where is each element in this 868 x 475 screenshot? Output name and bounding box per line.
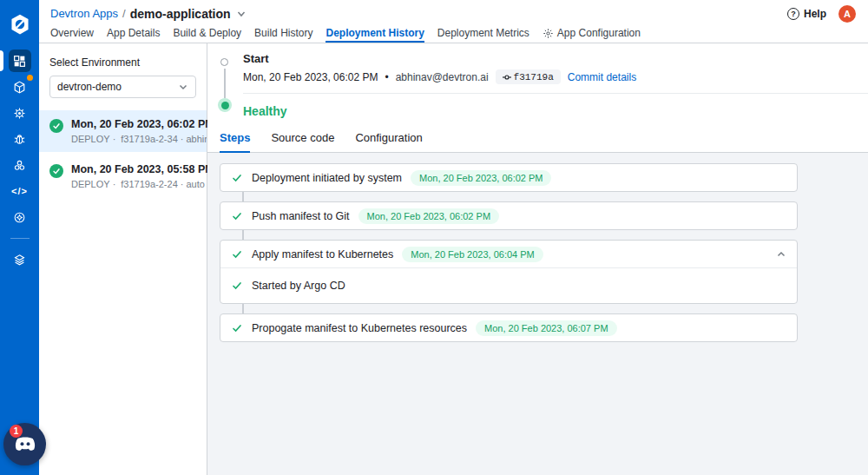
- tab-steps[interactable]: Steps: [220, 131, 250, 153]
- step-connector: [242, 192, 244, 201]
- step-connector: [242, 230, 244, 240]
- content-area: Select Environment devtron-demo Mon, 20 …: [39, 43, 868, 475]
- health-status: Healthy: [243, 104, 868, 118]
- sidebar-item-code[interactable]: </>: [0, 178, 39, 204]
- step-row: Propogate manifest to Kubernetes resourc…: [220, 314, 797, 341]
- step-time-badge: Mon, 20 Feb 2023, 06:04 PM: [402, 247, 542, 262]
- app-name: demo-application: [130, 7, 231, 21]
- tab-source-code[interactable]: Source code: [271, 131, 334, 153]
- environment-panel: Select Environment devtron-demo Mon, 20 …: [39, 43, 207, 475]
- devtron-logo-icon: [9, 13, 31, 36]
- tab-overview[interactable]: Overview: [50, 25, 94, 43]
- discord-notification-badge: 1: [10, 425, 23, 438]
- steps-list: Deployment initiated by system Mon, 20 F…: [207, 153, 868, 475]
- tab-app-configuration-label: App Configuration: [557, 27, 641, 39]
- check-icon: [231, 172, 243, 184]
- step-time-badge: Mon, 20 Feb 2023, 06:07 PM: [476, 320, 616, 336]
- step-label: Push manifest to Git: [252, 210, 350, 222]
- commit-icon: [503, 73, 511, 82]
- check-icon: [231, 210, 243, 222]
- code-icon: </>: [9, 180, 31, 202]
- cube-icon: [9, 76, 31, 98]
- tab-deployment-metrics[interactable]: Deployment Metrics: [437, 25, 529, 43]
- tab-configuration[interactable]: Configuration: [355, 131, 422, 153]
- step-card: Push manifest to Git Mon, 20 Feb 2023, 0…: [220, 201, 798, 230]
- deployment-meta: DEPLOY · f31719a-2-34 · abhinav: [71, 134, 207, 144]
- discord-icon: [14, 436, 36, 453]
- step-row[interactable]: Apply manifest to Kubernetes Mon, 20 Feb…: [220, 241, 797, 267]
- step-card: Deployment initiated by system Mon, 20 F…: [220, 163, 798, 192]
- author-email: abhinav@devtron.ai: [396, 71, 489, 83]
- devtron-logo[interactable]: [0, 0, 39, 48]
- environment-dropdown[interactable]: devtron-demo: [49, 76, 196, 98]
- step-card: Propogate manifest to Kubernetes resourc…: [220, 313, 798, 342]
- breadcrumb-separator: /: [122, 7, 126, 20]
- step-time-badge: Mon, 20 Feb 2023, 06:02 PM: [411, 170, 551, 186]
- discord-chat-button[interactable]: 1: [3, 423, 46, 465]
- main-column: Devtron Apps / demo-application ? Help A…: [39, 0, 868, 475]
- substep-label: Started by Argo CD: [252, 280, 345, 292]
- app-switcher-chevron-down-icon[interactable]: [236, 9, 247, 19]
- notification-dot: [27, 75, 33, 81]
- collapse-chevron-up-icon[interactable]: [776, 249, 786, 260]
- grid-icon: [9, 49, 31, 72]
- sidebar-item-applications[interactable]: [0, 48, 39, 74]
- start-meta: Mon, 20 Feb 2023, 06:02 PM • abhinav@dev…: [243, 69, 868, 84]
- sidebar-item-chart-store[interactable]: [0, 100, 39, 126]
- check-icon: [231, 248, 243, 261]
- chevron-down-icon: [178, 82, 188, 92]
- sidebar-divider: [10, 238, 30, 239]
- sidebar-item-resource-browser[interactable]: [0, 152, 39, 178]
- step-label: Apply manifest to Kubernetes: [252, 248, 393, 261]
- gear-circle-icon: [9, 206, 31, 228]
- sidebar: </>: [0, 0, 39, 475]
- tab-app-details[interactable]: App Details: [107, 25, 160, 43]
- divider: [243, 93, 868, 94]
- deployment-time: Mon, 20 Feb 2023, 05:58 PM: [71, 163, 207, 175]
- success-check-icon: [49, 119, 63, 133]
- triggered-by: abhinav: [186, 134, 207, 144]
- step-card-expanded: Apply manifest to Kubernetes Mon, 20 Feb…: [220, 240, 798, 304]
- tab-app-configuration[interactable]: App Configuration: [542, 25, 641, 43]
- tab-build-history[interactable]: Build History: [254, 25, 312, 43]
- deployment-type: DEPLOY: [71, 134, 110, 144]
- substep-row: Started by Argo CD: [220, 267, 797, 303]
- deployment-list-item[interactable]: Mon, 20 Feb 2023, 06:02 PM DEPLOY · f317…: [39, 110, 207, 152]
- triggered-by: auto trig: [186, 179, 207, 189]
- sidebar-item-stack-manager[interactable]: [0, 247, 39, 273]
- sidebar-item-global-config[interactable]: [0, 204, 39, 230]
- sidebar-item-releases[interactable]: [0, 74, 39, 100]
- bug-icon: [9, 128, 31, 150]
- deployment-list-item[interactable]: Mon, 20 Feb 2023, 05:58 PM DEPLOY · f317…: [39, 155, 207, 197]
- tab-deployment-history[interactable]: Deployment History: [326, 25, 424, 43]
- commit-details-link[interactable]: Commit details: [568, 71, 636, 83]
- timeline-connector: [224, 69, 226, 98]
- deployment-detail-panel: Start Mon, 20 Feb 2023, 06:02 PM • abhin…: [207, 43, 868, 475]
- meta-bullet: •: [385, 71, 388, 83]
- tab-build-deploy[interactable]: Build & Deploy: [173, 25, 241, 43]
- top-header: Devtron Apps / demo-application ? Help A…: [39, 0, 868, 43]
- start-time: Mon, 20 Feb 2023, 06:02 PM: [243, 71, 378, 83]
- avatar[interactable]: A: [838, 5, 856, 23]
- check-icon: [231, 322, 243, 334]
- help-button[interactable]: ? Help: [787, 8, 826, 20]
- success-check-icon: [49, 164, 63, 178]
- layers-icon: [9, 248, 31, 271]
- meta-separator: ·: [113, 134, 116, 144]
- app-window: </>: [0, 0, 868, 475]
- meta-separator: ·: [113, 179, 116, 189]
- sidebar-nav: </>: [0, 48, 39, 273]
- commit-hash: f31719a: [514, 72, 554, 82]
- check-icon: [231, 280, 243, 292]
- sidebar-item-jobs[interactable]: [0, 126, 39, 152]
- start-block: Start Mon, 20 Feb 2023, 06:02 PM • abhin…: [207, 43, 868, 118]
- meta-separator: ·: [181, 134, 184, 144]
- helm-wheel-icon: [9, 102, 31, 124]
- clusters-icon: [9, 154, 31, 176]
- deployment-info: Mon, 20 Feb 2023, 06:02 PM DEPLOY · f317…: [71, 118, 207, 144]
- detail-tabs: Steps Source code Configuration: [207, 118, 868, 153]
- environment-dropdown-value: devtron-demo: [57, 81, 122, 93]
- breadcrumb-section-link[interactable]: Devtron Apps: [50, 7, 118, 20]
- step-row: Deployment initiated by system Mon, 20 F…: [220, 164, 797, 191]
- step-connector: [242, 304, 244, 313]
